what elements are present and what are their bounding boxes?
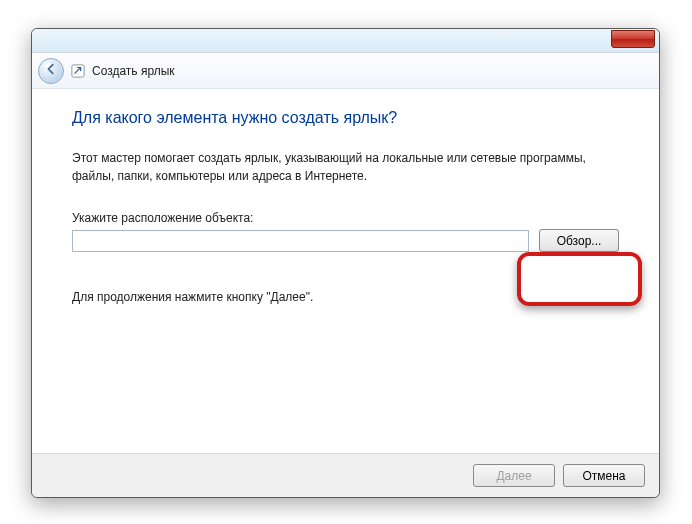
shortcut-icon (70, 63, 86, 79)
description-text: Этот мастер помогает создать ярлык, указ… (72, 149, 619, 185)
footer: Далее Отмена (32, 453, 659, 497)
cancel-button[interactable]: Отмена (563, 464, 645, 487)
wizard-window: Создать ярлык Для какого элемента нужно … (31, 28, 660, 498)
close-button[interactable] (611, 30, 655, 48)
arrow-left-icon (44, 62, 58, 79)
location-label: Укажите расположение объекта: (72, 211, 619, 225)
header: Создать ярлык (32, 53, 659, 89)
next-button[interactable]: Далее (473, 464, 555, 487)
input-row: Обзор... (72, 229, 619, 252)
page-heading: Для какого элемента нужно создать ярлык? (72, 109, 619, 127)
header-title: Создать ярлык (92, 64, 175, 78)
browse-button[interactable]: Обзор... (539, 229, 619, 252)
back-button[interactable] (38, 58, 64, 84)
continue-hint: Для продолжения нажмите кнопку "Далее". (72, 290, 619, 304)
content-area: Для какого элемента нужно создать ярлык?… (32, 89, 659, 453)
svg-rect-0 (72, 64, 84, 76)
location-input[interactable] (72, 230, 529, 252)
titlebar (32, 29, 659, 53)
